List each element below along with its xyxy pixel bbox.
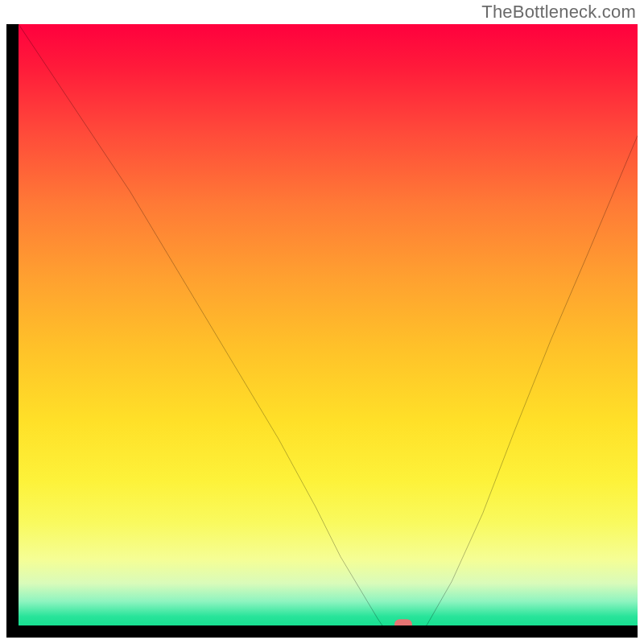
watermark-text: TheBottleneck.com — [481, 2, 636, 23]
bottleneck-curve — [19, 24, 638, 625]
optimal-marker — [394, 619, 412, 625]
plot-frame — [6, 24, 638, 638]
chart-container: TheBottleneck.com — [0, 0, 644, 644]
plot-area — [19, 24, 638, 625]
